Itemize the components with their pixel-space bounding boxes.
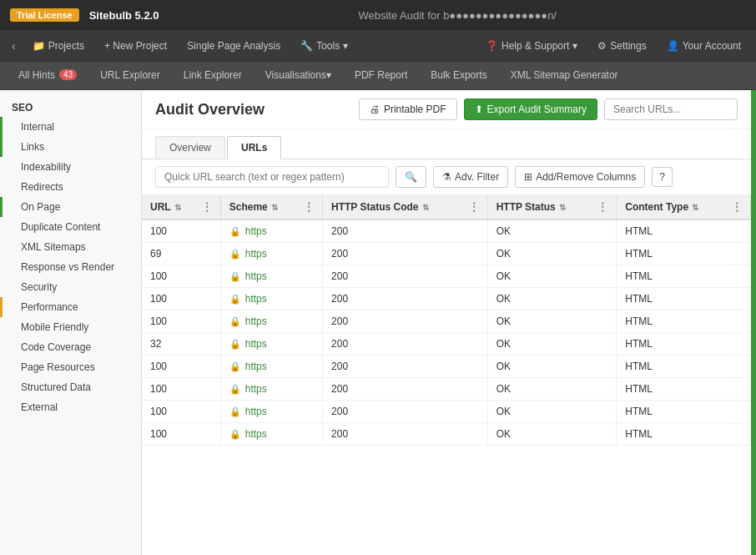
user-icon: 👤 <box>667 40 679 52</box>
content-type-col-menu-icon[interactable]: ⋮ <box>732 201 742 213</box>
visualisations-chevron-icon: ▾ <box>326 69 331 81</box>
lock-icon: 🔒 <box>229 429 241 440</box>
cell-url: 100 <box>142 265 220 288</box>
tab-visualisations[interactable]: Visualisations ▾ <box>254 62 343 89</box>
single-page-button[interactable]: Single Page Analysis <box>179 37 289 55</box>
col-header-http-status[interactable]: HTTP Status ⇅ ⋮ <box>487 195 617 219</box>
projects-button[interactable]: 📁 Projects <box>24 37 93 55</box>
scheme-col-menu-icon[interactable]: ⋮ <box>304 201 314 213</box>
sidebar-item-links[interactable]: Links <box>0 137 141 157</box>
cell-url: 100 <box>142 356 220 378</box>
cell-scheme: 🔒https <box>220 219 322 243</box>
printable-pdf-button[interactable]: 🖨 Printable PDF <box>359 98 457 120</box>
tab-xml-sitemap[interactable]: XML Sitemap Generator <box>499 62 630 89</box>
cell-status: OK <box>487 401 617 423</box>
sidebar-item-internal[interactable]: Internal <box>0 117 141 137</box>
col-header-content-type[interactable]: Content Type ⇅ ⋮ <box>617 195 751 219</box>
cell-scheme: 🔒https <box>220 333 322 356</box>
new-project-label: + New Project <box>104 40 167 52</box>
top-bar: Trial License Sitebulb 5.2.0 Website Aud… <box>0 0 756 30</box>
tab-pdf-report[interactable]: PDF Report <box>343 62 419 89</box>
tab-bulk-exports[interactable]: Bulk Exports <box>419 62 498 89</box>
lock-icon: 🔒 <box>229 361 241 372</box>
sidebar-item-mobile-friendly[interactable]: Mobile Friendly <box>0 317 141 337</box>
columns-icon: ⊞ <box>524 171 532 183</box>
sidebar-item-page-resources[interactable]: Page Resources <box>0 357 141 377</box>
sub-tab-urls[interactable]: URLs <box>227 136 281 159</box>
nav-right: ❓ Help & Support ▾ ⚙ Settings 👤 Your Acc… <box>477 37 749 55</box>
url-search-input[interactable] <box>155 166 389 188</box>
col-header-url[interactable]: URL ⇅ ⋮ <box>142 195 220 219</box>
search-button[interactable]: 🔍 <box>396 166 426 188</box>
sidebar-item-indexability[interactable]: Indexability <box>0 157 141 177</box>
table-row[interactable]: 100🔒https200OKHTML <box>142 401 751 423</box>
export-audit-button[interactable]: ⬆ Export Audit Summary <box>464 98 597 120</box>
table-row[interactable]: 100🔒https200OKHTML <box>142 288 751 310</box>
sidebar-seo-section: SEO Internal Links Indexability Redirect… <box>0 90 141 424</box>
url-sort-icon: ⇅ <box>174 203 181 212</box>
http-status-col-menu-icon[interactable]: ⋮ <box>597 201 607 213</box>
cell-status-code: 200 <box>323 310 488 333</box>
add-remove-columns-button[interactable]: ⊞ Add/Remove Columns <box>515 166 645 188</box>
table-row[interactable]: 100🔒https200OKHTML <box>142 356 751 378</box>
sidebar-item-code-coverage[interactable]: Code Coverage <box>0 337 141 357</box>
sub-tab-overview[interactable]: Overview <box>155 136 225 159</box>
cell-url: 100 <box>142 423 220 446</box>
scheme-value: https <box>245 248 267 260</box>
sidebar-item-security[interactable]: Security <box>0 277 141 297</box>
content-type-sort-icon: ⇅ <box>692 203 698 212</box>
table-row[interactable]: 100🔒https200OKHTML <box>142 423 751 446</box>
settings-button[interactable]: ⚙ Settings <box>589 37 654 55</box>
content-area: Audit Overview 🖨 Printable PDF ⬆ Export … <box>142 90 751 555</box>
tab-link-explorer[interactable]: Link Explorer <box>172 62 254 89</box>
tools-button[interactable]: 🔧 Tools ▾ <box>292 37 356 55</box>
help-button[interactable]: ❓ Help & Support ▾ <box>477 37 586 55</box>
cell-status-code: 200 <box>323 243 488 265</box>
table-row[interactable]: 100🔒https200OKHTML <box>142 310 751 333</box>
printer-icon: 🖨 <box>370 103 380 115</box>
table-row[interactable]: 100🔒https200OKHTML <box>142 219 751 243</box>
tools-label: Tools <box>316 40 340 52</box>
sidebar-item-xml-sitemaps[interactable]: XML Sitemaps <box>0 237 141 257</box>
sidebar-item-structured-data[interactable]: Structured Data <box>0 377 141 397</box>
tab-url-explorer[interactable]: URL Explorer <box>88 62 172 89</box>
sidebar-item-on-page[interactable]: On Page <box>0 197 141 217</box>
sidebar-item-response-vs-render[interactable]: Response vs Render <box>0 257 141 277</box>
http-status-col-label: HTTP Status <box>496 201 556 213</box>
cell-url: 100 <box>142 219 220 243</box>
tab-all-hints-label: All Hints <box>18 69 55 81</box>
scheme-value: https <box>245 293 267 305</box>
table-row[interactable]: 100🔒https200OKHTML <box>142 378 751 401</box>
trial-badge: Trial License <box>10 8 79 22</box>
cell-content-type: HTML <box>617 219 751 243</box>
table-row[interactable]: 32🔒https200OKHTML <box>142 333 751 356</box>
url-col-menu-icon[interactable]: ⋮ <box>202 201 212 213</box>
table-header-row: URL ⇅ ⋮ Scheme ⇅ ⋮ <box>142 195 751 219</box>
adv-filter-button[interactable]: ⚗ Adv. Filter <box>433 166 508 188</box>
search-urls-input[interactable] <box>604 98 738 120</box>
sidebar-item-external[interactable]: External <box>0 397 141 417</box>
back-button[interactable]: ‹ <box>7 36 21 56</box>
cell-status-code: 200 <box>323 219 488 243</box>
http-status-code-col-menu-icon[interactable]: ⋮ <box>469 201 479 213</box>
col-header-scheme[interactable]: Scheme ⇅ ⋮ <box>220 195 322 219</box>
account-button[interactable]: 👤 Your Account <box>658 37 749 55</box>
account-label: Your Account <box>683 40 741 52</box>
sidebar-item-redirects[interactable]: Redirects <box>0 177 141 197</box>
table-row[interactable]: 100🔒https200OKHTML <box>142 265 751 288</box>
cell-status: OK <box>487 378 617 401</box>
tab-link-explorer-label: Link Explorer <box>184 69 242 81</box>
folder-icon: 📁 <box>33 40 45 52</box>
main-layout: SEO Internal Links Indexability Redirect… <box>0 90 756 555</box>
tab-all-hints[interactable]: All Hints 43 <box>7 62 88 89</box>
cell-status-code: 200 <box>323 333 488 356</box>
scheme-value: https <box>245 428 267 440</box>
help-table-button[interactable]: ? <box>652 167 673 187</box>
table-row[interactable]: 69🔒https200OKHTML <box>142 243 751 265</box>
sidebar-item-performance[interactable]: Performance <box>0 297 141 317</box>
sidebar-item-duplicate-content[interactable]: Duplicate Content <box>0 217 141 237</box>
cell-scheme: 🔒https <box>220 310 322 333</box>
cell-status: OK <box>487 356 617 378</box>
col-header-http-status-code[interactable]: HTTP Status Code ⇅ ⋮ <box>323 195 488 219</box>
new-project-button[interactable]: + New Project <box>96 37 175 55</box>
